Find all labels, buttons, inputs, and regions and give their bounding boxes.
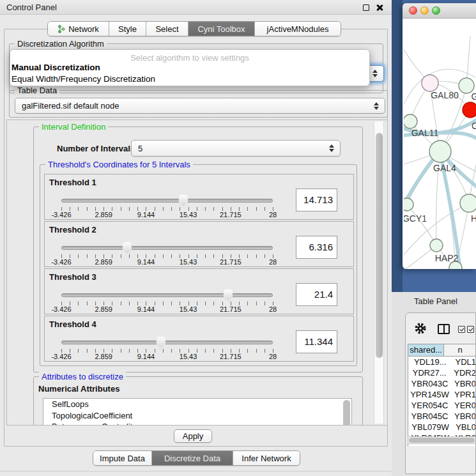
number-of-intervals-combobox[interactable]: 5 (131, 140, 341, 157)
close-icon[interactable] (376, 4, 383, 12)
tick-label: 9.144 (137, 258, 155, 266)
settings-scroll-area: Interval Definition Number of Intervals … (6, 119, 388, 426)
threshold-1-value-field[interactable]: 14.713 (296, 188, 337, 211)
tick-label: -3.426 (51, 305, 71, 313)
tab-discretize-data[interactable]: Discretize Data (152, 451, 233, 465)
slider-thumb[interactable] (223, 289, 233, 301)
settings-scrollbar[interactable] (374, 121, 384, 424)
node-label: GCY1 (404, 213, 427, 224)
node[interactable] (460, 194, 476, 212)
tab-jactivemnodules[interactable]: jActiveMNodules (255, 22, 341, 36)
node-gcy1[interactable] (404, 198, 413, 211)
list-scrollbar-thumb[interactable] (343, 400, 350, 426)
table-row[interactable]: YPR145WYPR1 (408, 389, 476, 400)
node-gal4[interactable] (429, 141, 451, 162)
list-item[interactable]: SelfLoops (43, 399, 351, 410)
group-title: Attributes to discretize (39, 372, 126, 381)
tick-label: -3.426 (51, 211, 71, 219)
tick-label: 28 (269, 211, 277, 219)
table-row[interactable]: YDR27...YDR2 (408, 367, 476, 378)
top-tab-bar: Network Style Select Cyni Toolbox jActiv… (47, 21, 341, 36)
table-row[interactable]: YER054CYER0 (408, 400, 476, 411)
dropdown-hint: Select algorithm to view settings (10, 50, 369, 62)
node-selected-red[interactable] (463, 102, 476, 118)
slider-tick-labels: -3.426 2.859 9.144 15.43 21.715 28 (61, 258, 273, 266)
zoom-traffic-light[interactable] (432, 6, 440, 15)
network-canvas[interactable]: GAL80 GAL11 GAL4 GCY1 HAP2 G C H (404, 19, 476, 269)
list-item[interactable]: TopologicalCoefficient (43, 410, 351, 422)
tick-label: 2.859 (95, 211, 112, 219)
group-title: Table Data (15, 86, 59, 95)
checkbox-icon[interactable] (458, 326, 465, 333)
numerical-attributes-label: Numerical Attributes (38, 384, 119, 394)
tab-infer-network[interactable]: Infer Network (233, 451, 300, 465)
network-icon (58, 25, 65, 33)
panel-title: Control Panel (6, 3, 57, 12)
table-scrollbar-thumb[interactable] (409, 438, 475, 443)
cell: YPR1 (451, 389, 476, 400)
node-gal11[interactable] (404, 114, 417, 128)
column-header-name[interactable]: n (444, 344, 476, 356)
tab-label: Cyni Toolbox (197, 24, 245, 34)
slider-thumb[interactable] (178, 195, 188, 206)
gear-icon[interactable] (415, 323, 426, 334)
node-label: H (471, 213, 476, 224)
table-panel-title: Table Panel (414, 296, 457, 306)
node-attribute-table: shared... n YDL19...YDL1 YDR27...YDR2 YB… (408, 344, 476, 446)
slider-thumb[interactable] (156, 337, 165, 348)
settings-scrollbar-thumb[interactable] (376, 133, 383, 358)
slider-thumb[interactable] (122, 242, 132, 254)
node-hap2[interactable] (430, 239, 443, 252)
dropdown-option-equal-width[interactable]: Equal Width/Frequency Discretization (10, 73, 369, 85)
node-gal80[interactable] (422, 75, 438, 91)
threshold-3-box: Threshold 3 -3.426 2.859 9.144 15.43 21.… (44, 268, 354, 314)
threshold-1-box: Threshold 1 -3.426 2.859 9.144 15.43 21.… (44, 174, 354, 220)
stepper-arrows-icon (372, 70, 378, 77)
table-data-combobox[interactable]: galFiltered.sif default node (15, 98, 385, 114)
tick-label: 2.859 (95, 353, 112, 360)
tick-label: 28 (269, 305, 277, 313)
list-item[interactable]: BetweennessCentrality (43, 421, 351, 426)
float-window-icon[interactable] (363, 4, 369, 11)
tick-label: 28 (269, 353, 277, 360)
cell: YBR0 (451, 411, 476, 422)
dropdown-option-manual[interactable]: Manual Discretization (10, 62, 369, 73)
stepper-arrows-icon (374, 102, 379, 110)
threshold-3-value-field[interactable]: 21.4 (296, 283, 337, 306)
column-header-shared-name[interactable]: shared... (408, 344, 444, 356)
minimize-traffic-light[interactable] (420, 6, 429, 15)
threshold-1-slider[interactable] (61, 199, 273, 203)
apply-button[interactable]: Apply (174, 429, 212, 443)
table-row[interactable]: YBL079WYBL0 (408, 422, 476, 433)
attributes-group: Attributes to discretize Numerical Attri… (33, 376, 363, 426)
combobox-value: galFiltered.sif default node (15, 101, 119, 111)
tab-label: Select (155, 24, 178, 34)
tab-network[interactable]: Network (48, 22, 109, 36)
tab-style[interactable]: Style (109, 22, 146, 36)
tab-impute-data[interactable]: Impute Data (93, 451, 152, 465)
tick-label: -3.426 (51, 353, 71, 360)
cell: YBR0 (451, 378, 476, 389)
tab-select[interactable]: Select (146, 22, 188, 36)
tick-label: 21.715 (220, 353, 242, 360)
threshold-4-value-field[interactable]: 11.344 (296, 330, 337, 353)
cell: YDL19... (408, 357, 452, 367)
number-of-intervals-label: Number of Intervals (57, 144, 135, 153)
checkbox-icon[interactable] (467, 326, 474, 333)
bottom-tab-bar: Impute Data Discretize Data Infer Networ… (93, 450, 300, 466)
group-title: Interval Definition (39, 122, 108, 132)
table-row[interactable]: YBR045CYBR0 (408, 411, 476, 422)
tab-cyni-toolbox[interactable]: Cyni Toolbox (188, 22, 255, 36)
close-traffic-light[interactable] (409, 6, 417, 15)
table-horizontal-scrollbar[interactable] (408, 436, 476, 444)
table-row[interactable]: YBR043CYBR0 (408, 378, 476, 389)
threshold-3-slider[interactable] (61, 293, 273, 297)
threshold-2-value-field[interactable]: 6.316 (296, 236, 337, 259)
list-scrollbar[interactable] (343, 400, 350, 426)
split-columns-icon[interactable] (438, 324, 450, 334)
table-panel-window: shared... n YDL19...YDL1 YDR27...YDR2 YB… (405, 312, 476, 474)
threshold-2-slider[interactable] (61, 246, 273, 250)
threshold-4-slider[interactable] (61, 341, 273, 344)
tick-label: 2.859 (95, 305, 112, 313)
table-row[interactable]: YDL19...YDL1 (408, 357, 476, 367)
